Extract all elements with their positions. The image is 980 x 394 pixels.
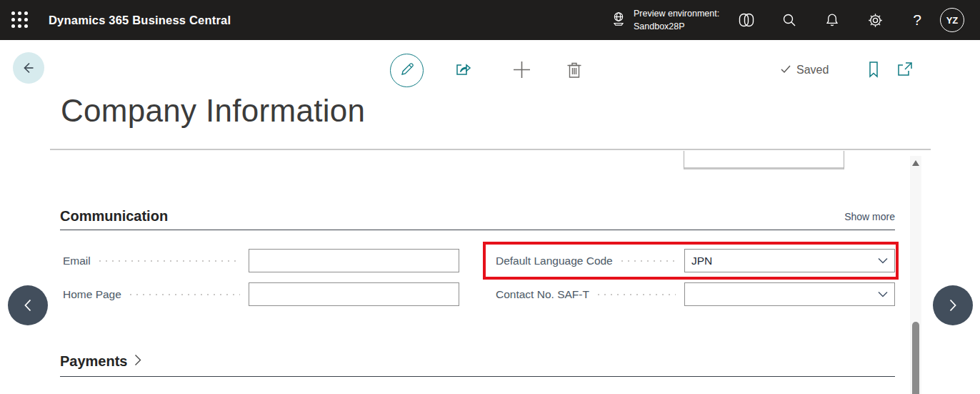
dotted-leader	[130, 294, 240, 295]
share-icon	[454, 60, 474, 82]
email-field[interactable]	[249, 249, 459, 272]
home-page-field[interactable]	[249, 282, 459, 306]
open-in-new-window-button[interactable]	[896, 61, 914, 81]
scrollbar-thumb[interactable]	[912, 322, 919, 394]
chevron-right-icon	[134, 354, 142, 369]
settings-gear-icon[interactable]	[862, 0, 888, 40]
search-icon[interactable]	[776, 0, 802, 40]
contact-no-saf-t-label: Contact No. SAF-T	[496, 288, 589, 301]
default-language-code-label: Default Language Code	[496, 255, 613, 267]
plus-icon	[512, 60, 531, 82]
user-avatar[interactable]: YZ	[940, 8, 964, 32]
field-row-home-page: Home Page	[63, 282, 459, 306]
dotted-leader	[99, 260, 240, 262]
environment-globe-icon	[611, 11, 626, 29]
app-launcher-icon[interactable]	[11, 11, 29, 29]
field-row-default-language-code: Default Language Code JPN	[496, 249, 895, 272]
home-page-label: Home Page	[63, 288, 121, 301]
section-heading-communication[interactable]: Communication	[60, 208, 168, 225]
page-title: Company Information	[61, 93, 365, 129]
open-in-new-icon	[896, 61, 914, 81]
dotted-leader	[598, 294, 676, 295]
show-more-link[interactable]: Show more	[844, 211, 895, 222]
pencil-icon	[399, 61, 415, 80]
checkmark-icon	[780, 63, 791, 77]
payments-divider	[60, 376, 895, 377]
chevron-right-icon	[947, 297, 959, 313]
chevron-down-icon	[878, 257, 888, 264]
add-button[interactable]	[512, 60, 531, 82]
scrollbar-up-arrow[interactable]	[912, 160, 919, 166]
chevron-left-icon	[22, 297, 34, 313]
product-title[interactable]: Dynamics 365 Business Central	[49, 0, 231, 40]
email-label: Email	[63, 255, 91, 267]
copilot-icon[interactable]	[734, 0, 759, 40]
contact-no-saf-t-combobox[interactable]	[684, 282, 895, 306]
dotted-leader	[621, 260, 676, 262]
notifications-icon[interactable]	[819, 0, 845, 40]
payments-label: Payments	[60, 353, 128, 370]
chevron-down-icon	[878, 291, 888, 297]
trash-icon	[565, 60, 584, 82]
communication-divider	[60, 230, 895, 230]
previous-page-button[interactable]	[8, 285, 48, 325]
back-button[interactable]	[13, 52, 44, 84]
bookmark-icon	[865, 60, 882, 82]
environment-indicator[interactable]: Preview environment: Sandbox28P	[611, 0, 719, 40]
edit-button[interactable]	[390, 54, 424, 87]
section-heading-payments[interactable]: Payments	[60, 353, 142, 370]
bookmark-button[interactable]	[865, 60, 882, 82]
help-icon[interactable]: ?	[904, 0, 930, 40]
header-divider	[50, 149, 931, 150]
next-page-button[interactable]	[933, 285, 973, 325]
environment-text: Preview environment: Sandbox28P	[634, 7, 719, 33]
top-bar: Dynamics 365 Business Central Preview en…	[0, 0, 980, 40]
share-button[interactable]	[454, 60, 474, 82]
default-language-code-combobox[interactable]: JPN	[684, 249, 895, 272]
field-row-contact-no-saf-t: Contact No. SAF-T	[496, 282, 895, 306]
partial-input-above	[684, 151, 844, 169]
save-status-label: Saved	[796, 64, 829, 77]
delete-button[interactable]	[565, 60, 584, 82]
field-row-email: Email	[63, 249, 459, 272]
default-language-code-value: JPN	[691, 255, 712, 267]
save-status: Saved	[780, 63, 829, 77]
